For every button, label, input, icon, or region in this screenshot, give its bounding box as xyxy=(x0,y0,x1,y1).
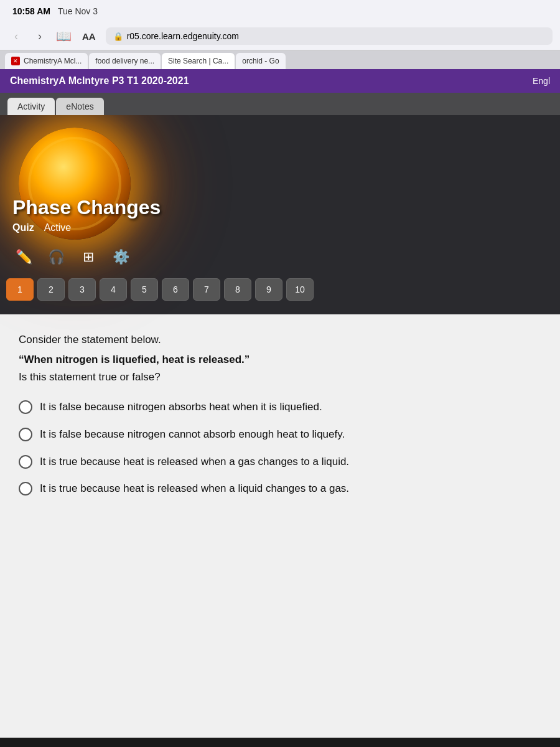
question-nav-btn-7[interactable]: 7 xyxy=(193,278,220,301)
question-nav-btn-2[interactable]: 2 xyxy=(37,278,65,301)
question-nav-btn-10[interactable]: 10 xyxy=(286,278,314,301)
tab-bar: ✕ ChemistryA Mcl... food delivery ne... … xyxy=(0,50,560,69)
radio-button-2[interactable] xyxy=(19,428,32,441)
tab-food-delivery[interactable]: food delivery ne... xyxy=(89,53,161,69)
tab-site-search[interactable]: Site Search | Ca... xyxy=(162,53,235,69)
question-content: Consider the statement below. “When nitr… xyxy=(0,314,560,738)
activity-tabs: Activity eNotes xyxy=(0,93,560,115)
tab-enotes[interactable]: eNotes xyxy=(56,98,103,115)
question-nav-btn-1[interactable]: 1 xyxy=(6,278,34,301)
tab-activity[interactable]: Activity xyxy=(7,98,55,115)
lesson-title: Phase Changes xyxy=(12,196,161,219)
question-intro: Consider the statement below. xyxy=(19,332,541,348)
tab-chemistryA[interactable]: ✕ ChemistryA Mcl... xyxy=(5,53,88,69)
question-nav-btn-8[interactable]: 8 xyxy=(224,278,251,301)
option-text-3: It is true because heat is released when… xyxy=(40,454,349,469)
tab-label: Site Search | Ca... xyxy=(168,57,228,65)
question-statement: “When nitrogen is liquefied, heat is rel… xyxy=(19,352,541,368)
status-date: Tue Nov 3 xyxy=(58,6,98,16)
tab-label: ChemistryA Mcl... xyxy=(24,57,82,65)
text-size-button[interactable]: AA xyxy=(78,30,100,43)
question-nav-btn-6[interactable]: 6 xyxy=(162,278,189,301)
radio-button-1[interactable] xyxy=(19,400,32,414)
forward-button[interactable]: › xyxy=(31,27,49,45)
site-title: ChemistryA McIntyre P3 T1 2020-2021 xyxy=(10,75,189,87)
tab-label: food delivery ne... xyxy=(95,57,154,65)
quiz-status-label: Active xyxy=(44,222,72,233)
quiz-status: Quiz Active xyxy=(12,222,71,233)
language-button[interactable]: Engl xyxy=(533,76,550,86)
radio-button-4[interactable] xyxy=(19,482,32,496)
question-nav-btn-3[interactable]: 3 xyxy=(68,278,96,301)
status-time: 10:58 AM xyxy=(12,6,50,16)
browser-chrome: ‹ › 📖 AA 🔒 r05.core.learn.edgenuity.com xyxy=(0,22,560,50)
tab-label: orchid - Go xyxy=(242,57,279,65)
address-bar[interactable]: 🔒 r05.core.learn.edgenuity.com xyxy=(106,27,553,45)
status-bar: 10:58 AM Tue Nov 3 xyxy=(0,0,560,22)
headphones-tool-icon[interactable]: 🎧 xyxy=(45,246,67,268)
content-area: Phase Changes Quiz Active ✏️ 🎧 ⊞ ⚙️ 1234… xyxy=(0,115,560,738)
answer-option-4[interactable]: It is true because heat is released when… xyxy=(19,481,541,496)
option-text-1: It is false because nitrogen absorbs hea… xyxy=(40,400,322,415)
lock-icon: 🔒 xyxy=(113,32,123,41)
question-nav-btn-4[interactable]: 4 xyxy=(100,278,127,301)
page-wrapper: ChemistryA McIntyre P3 T1 2020-2021 Engl… xyxy=(0,69,560,738)
pencil-tool-icon[interactable]: ✏️ xyxy=(12,246,35,268)
option-text-4: It is true because heat is released when… xyxy=(40,481,349,496)
url-text: r05.core.learn.edgenuity.com xyxy=(127,31,239,41)
quiz-type-label: Quiz xyxy=(12,222,34,233)
radio-button-3[interactable] xyxy=(19,455,32,469)
lesson-toolbar: ✏️ 🎧 ⊞ ⚙️ xyxy=(12,246,132,268)
question-nav-btn-5[interactable]: 5 xyxy=(131,278,158,301)
back-button[interactable]: ‹ xyxy=(7,27,25,45)
question-nav-btn-9[interactable]: 9 xyxy=(255,278,282,301)
answer-option-1[interactable]: It is false because nitrogen absorbs hea… xyxy=(19,400,541,415)
answer-option-2[interactable]: It is false because nitrogen cannot abso… xyxy=(19,427,541,442)
calculator-tool-icon[interactable]: ⊞ xyxy=(77,246,100,268)
site-header: ChemistryA McIntyre P3 T1 2020-2021 Engl xyxy=(0,69,560,93)
bookmarks-icon[interactable]: 📖 xyxy=(55,27,72,45)
settings-tool-icon[interactable]: ⚙️ xyxy=(110,246,132,268)
answer-option-3[interactable]: It is true because heat is released when… xyxy=(19,454,541,469)
tab-close-icon[interactable]: ✕ xyxy=(11,57,20,65)
tab-orchid[interactable]: orchid - Go xyxy=(236,53,285,69)
question-prompt: Is this statement true or false? xyxy=(19,371,541,383)
option-text-2: It is false because nitrogen cannot abso… xyxy=(40,427,345,442)
question-navigation: 12345678910 xyxy=(6,278,314,301)
